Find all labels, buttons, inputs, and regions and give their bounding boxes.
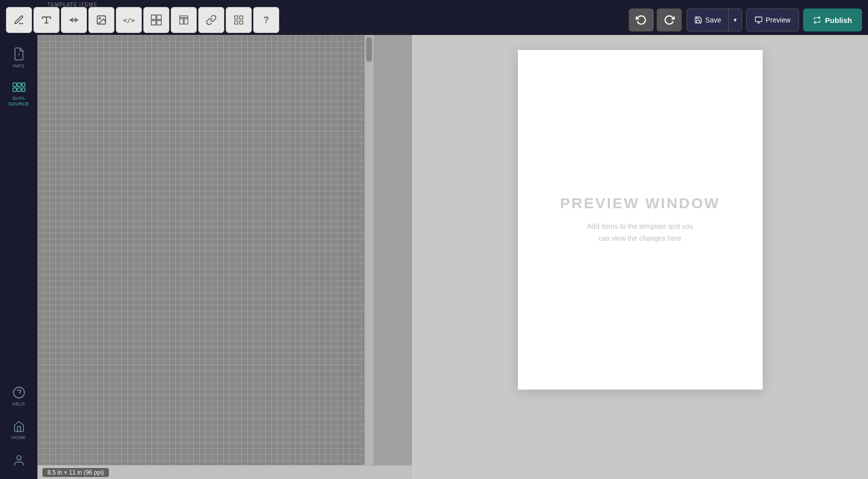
redo-button[interactable] [657, 8, 682, 31]
tool-layout[interactable] [171, 7, 197, 33]
sidebar-item-home[interactable]: HOME [0, 414, 37, 447]
home-icon [12, 421, 25, 433]
preview-subtitle-line2: can view the changes here [598, 234, 682, 242]
grid-canvas [37, 35, 365, 465]
save-button[interactable]: Save ▾ [687, 8, 742, 31]
image-icon [96, 14, 107, 25]
svg-rect-14 [240, 16, 243, 19]
pen-icon [13, 14, 24, 25]
grid-icon [233, 14, 244, 25]
chevron-down-icon: ▾ [734, 16, 737, 23]
code-icon: </> [123, 16, 134, 24]
link-icon [206, 14, 217, 25]
svg-rect-26 [17, 88, 21, 91]
preview-document: PREVIEW WINDOW Add items to the template… [518, 50, 763, 390]
user-icon [12, 454, 25, 467]
svg-rect-13 [235, 16, 238, 19]
save-dropdown-btn[interactable]: ▾ [729, 9, 742, 31]
tool-code[interactable]: </> [116, 7, 142, 33]
sidebar-item-datasource-label: DATASOURCE [8, 96, 29, 107]
svg-rect-8 [151, 20, 156, 25]
sidebar-item-info[interactable]: INFO [0, 40, 37, 75]
svg-rect-17 [755, 17, 762, 21]
canvas-bottom-bar: 8.5 in × 11 in (96 ppi) [37, 465, 412, 479]
preview-subtitle-line1: Add items to the template and you [587, 222, 693, 230]
save-label: Save [705, 16, 721, 24]
svg-rect-25 [13, 88, 16, 91]
svg-rect-24 [22, 83, 25, 86]
undo-redo-group [629, 8, 682, 31]
divider-icon [68, 15, 80, 25]
photo-table-icon [150, 14, 162, 26]
tool-image[interactable] [88, 7, 114, 33]
svg-rect-23 [17, 83, 21, 86]
svg-rect-16 [240, 21, 243, 24]
publish-icon [813, 16, 821, 24]
svg-rect-12 [184, 18, 188, 24]
redo-icon [664, 14, 675, 25]
main-content: INFO DATASOURCE HELP [0, 35, 868, 479]
dimension-text: 8.5 in × 11 in (96 ppi) [47, 469, 104, 476]
publish-label: Publish [825, 16, 852, 24]
tool-help[interactable]: ? [253, 7, 279, 33]
sidebar-item-help-label: HELP [12, 402, 25, 407]
publish-button[interactable]: Publish [803, 8, 862, 31]
tool-photo-table[interactable] [143, 7, 169, 33]
sidebar-bottom: HELP HOME [0, 379, 37, 474]
top-right-actions: Save ▾ Preview Publish [687, 8, 862, 31]
sidebar-item-user[interactable] [0, 447, 37, 474]
svg-rect-27 [22, 88, 25, 91]
tool-text-input[interactable] [33, 7, 59, 33]
preview-label: Preview [766, 16, 791, 24]
svg-rect-11 [180, 18, 183, 24]
preview-window-subtitle: Add items to the template and you can vi… [587, 221, 693, 245]
text-input-icon [40, 14, 52, 26]
canvas-wrapper[interactable] [37, 35, 412, 465]
canvas-scrollbar[interactable] [365, 35, 374, 465]
undo-button[interactable] [629, 8, 654, 31]
data-source-icon [12, 82, 25, 93]
tool-grid[interactable] [226, 7, 252, 33]
toolbar-label: TEMPLATE ITEMS [47, 2, 97, 7]
svg-point-28 [13, 387, 24, 398]
left-sidebar: INFO DATASOURCE HELP [0, 35, 37, 479]
scroll-thumb[interactable] [366, 37, 372, 62]
canvas-area: 8.5 in × 11 in (96 ppi) [37, 35, 412, 479]
help-circle-icon [12, 386, 25, 399]
sidebar-item-help[interactable]: HELP [0, 379, 37, 414]
svg-point-5 [99, 17, 100, 19]
svg-rect-9 [157, 20, 161, 25]
svg-rect-6 [151, 15, 156, 19]
toolbar-items: </> [6, 7, 279, 33]
svg-rect-15 [235, 21, 238, 24]
tool-link[interactable] [198, 7, 224, 33]
question-icon: ? [264, 15, 269, 25]
preview-window-title: PREVIEW WINDOW [560, 195, 720, 212]
svg-rect-22 [13, 83, 16, 86]
preview-icon [755, 16, 763, 24]
sidebar-item-info-label: INFO [13, 63, 25, 68]
info-file-icon [13, 47, 25, 61]
svg-rect-7 [157, 15, 161, 19]
undo-icon [636, 14, 647, 25]
sidebar-item-home-label: HOME [11, 435, 26, 440]
sidebar-item-data-source[interactable]: DATASOURCE [0, 75, 37, 114]
svg-rect-10 [180, 16, 188, 18]
save-icon [694, 16, 702, 24]
tool-divider[interactable] [61, 7, 87, 33]
preview-button[interactable]: Preview [746, 8, 799, 31]
tool-select[interactable] [6, 7, 32, 33]
layout-icon [178, 14, 189, 25]
svg-point-30 [16, 456, 21, 460]
preview-panel: PREVIEW WINDOW Add items to the template… [412, 35, 868, 479]
dimension-badge: 8.5 in × 11 in (96 ppi) [42, 468, 109, 477]
